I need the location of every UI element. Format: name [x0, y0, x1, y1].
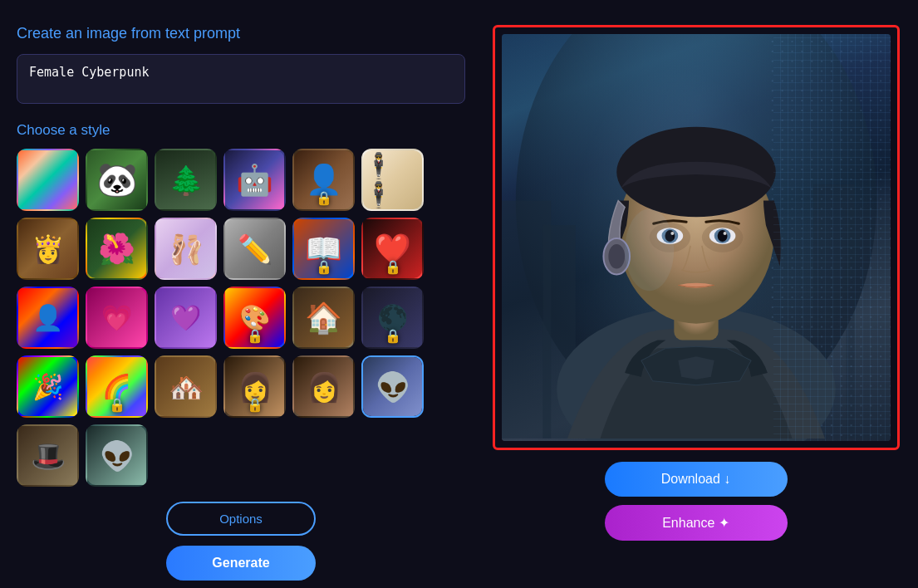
style-item-popart[interactable]: 🎨🔒 [223, 287, 286, 349]
style-item-earth[interactable]: 🏘️ [155, 355, 217, 418]
style-item-girl1[interactable]: 👩🔒 [223, 355, 286, 418]
style-item-floral[interactable]: 🌺 [86, 218, 148, 280]
style-item-robot[interactable]: 🤖 [223, 149, 286, 211]
action-buttons: Download ↓ Enhance ✦ [493, 462, 900, 541]
image-container [493, 25, 900, 450]
svg-rect-6 [763, 37, 890, 439]
style-bg-floral: 🌺 [87, 219, 146, 278]
style-bg-hat: 🎩 [18, 426, 77, 485]
style-item-book[interactable]: 📖🔒 [292, 218, 355, 280]
style-item-vintage[interactable]: 🕴🕴 [361, 149, 424, 211]
style-bg-renaissance: 👸 [18, 219, 77, 278]
enhance-label: Enhance ✦ [662, 515, 729, 531]
svg-point-22 [723, 232, 726, 235]
style-bg-pink: 💗 [87, 288, 146, 347]
right-panel: Download ↓ Enhance ✦ [490, 25, 901, 541]
prompt-input[interactable]: Female Cyberpunk [17, 54, 465, 104]
svg-point-23 [625, 208, 674, 291]
download-button[interactable]: Download ↓ [605, 462, 788, 497]
lock-icon-girl1: 🔒 [247, 397, 263, 413]
style-bg-thermal: 👤 [18, 288, 77, 347]
style-item-ballet[interactable]: 🩰 [155, 218, 217, 280]
style-item-pink[interactable]: 💗 [86, 287, 148, 349]
style-item-portrait[interactable]: 👤🔒 [292, 149, 355, 211]
svg-rect-3 [813, 184, 854, 439]
style-bg-forest: 🌲 [156, 150, 215, 209]
style-item-colorful[interactable]: 🎉 [17, 355, 79, 418]
left-panel: Create an image from text prompt Female … [17, 25, 465, 581]
style-item-alien[interactable]: 👽 [86, 424, 148, 487]
lock-icon-portrait: 🔒 [316, 190, 332, 206]
lock-icon-dark: 🔒 [385, 328, 401, 344]
options-button[interactable]: Options [166, 502, 316, 536]
generate-button[interactable]: Generate [166, 546, 316, 581]
styles-grid: 🐼🌲🤖👤🔒🕴🕴👸🌺🩰✏️📖🔒❤️🔒👤💗💜🎨🔒🏠🌑🔒🎉🌈🔒🏘️👩🔒👩👽🎩👽 [17, 149, 465, 487]
style-bg-robot: 🤖 [225, 150, 284, 209]
download-label: Download ↓ [661, 472, 731, 487]
style-item-forest[interactable]: 🌲 [155, 149, 217, 211]
style-item-hat[interactable]: 🎩 [17, 424, 79, 487]
lock-icon-heart: 🔒 [385, 259, 401, 275]
style-bg-girl2: 👩 [294, 357, 353, 416]
style-title: Choose a style [17, 122, 465, 139]
lock-icon-rainbow: 🔒 [109, 397, 125, 413]
style-item-house[interactable]: 🏠 [292, 287, 355, 349]
lock-icon-popart: 🔒 [247, 328, 263, 344]
style-bg-earth: 🏘️ [156, 357, 215, 416]
style-bg-ballet: 🩰 [156, 219, 215, 278]
svg-point-12 [608, 244, 625, 269]
style-item-abstract[interactable] [17, 149, 79, 211]
style-item-panda[interactable]: 🐼 [86, 149, 148, 211]
style-bg-vintage: 🕴🕴 [363, 150, 422, 209]
style-item-renaissance[interactable]: 👸 [17, 218, 79, 280]
style-bg-sketch: ✏️ [225, 219, 284, 278]
style-bg-girl3: 👽 [363, 357, 422, 416]
style-bg-house: 🏠 [294, 288, 353, 347]
style-item-heart[interactable]: ❤️🔒 [361, 218, 424, 280]
style-item-girl3[interactable]: 👽 [361, 355, 424, 418]
style-item-girl2[interactable]: 👩 [292, 355, 355, 418]
style-bg-panda: 🐼 [87, 150, 146, 209]
main-container: Create an image from text prompt Female … [17, 17, 901, 571]
style-item-blur[interactable]: 💜 [155, 287, 217, 349]
style-bg-colorful: 🎉 [18, 357, 77, 416]
lock-icon-book: 🔒 [316, 259, 332, 275]
create-title: Create an image from text prompt [17, 25, 465, 42]
svg-rect-4 [846, 208, 890, 438]
svg-point-20 [717, 230, 727, 242]
style-item-sketch[interactable]: ✏️ [223, 218, 286, 280]
portrait-svg [502, 34, 891, 441]
style-bg-blur: 💜 [156, 288, 215, 347]
generated-image [502, 34, 891, 441]
enhance-button[interactable]: Enhance ✦ [605, 505, 788, 541]
style-bg-abstract [18, 150, 77, 209]
style-item-thermal[interactable]: 👤 [17, 287, 79, 349]
style-item-dark[interactable]: 🌑🔒 [361, 287, 424, 349]
style-bg-alien: 👽 [87, 426, 146, 485]
style-item-rainbow[interactable]: 🌈🔒 [86, 355, 148, 418]
